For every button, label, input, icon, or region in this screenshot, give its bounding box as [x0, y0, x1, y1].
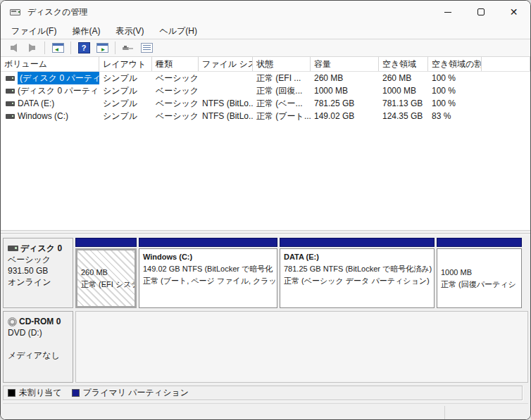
status-bar	[3, 403, 528, 420]
cell-type: ベーシック	[152, 72, 199, 84]
title-bar: ディスクの管理 ✕	[1, 1, 530, 23]
volume-icon	[6, 101, 15, 106]
partition-label: Windows (C:)	[143, 251, 273, 263]
volume-row-recovery[interactable]: (ディスク 0 パーティシ... シンプル ベーシック 正常 (回復... 10…	[1, 84, 530, 97]
partition-size: 781.25 GB NTFS (BitLocker で暗号化済み)	[284, 263, 430, 275]
partition-size: 1000 MB	[441, 267, 518, 279]
column-header-type[interactable]: 種類	[152, 57, 199, 71]
partition-status: 正常 (ブート, ページ ファイル, クラッシュ	[143, 275, 273, 287]
column-header-volume[interactable]: ボリューム	[1, 57, 99, 71]
properties-button[interactable]	[138, 40, 155, 56]
partition-label: DATA (E:)	[284, 251, 430, 263]
cell-free-pct: 83 %	[428, 110, 482, 122]
menu-action[interactable]: 操作(A)	[64, 24, 108, 39]
partition-status: 正常 (ベーシック データ パーティション)	[284, 275, 430, 287]
volume-table-header: ボリューム レイアウト 種類 ファイル システム 状態 容量 空き領域 空き領域…	[1, 57, 530, 72]
app-icon	[10, 8, 21, 17]
help-icon: ?	[78, 42, 90, 53]
cell-layout: シンプル	[99, 72, 152, 84]
toolbar: ◄ ? ►	[1, 39, 530, 57]
menu-bar: ファイル(F) 操作(A) 表示(V) ヘルプ(H)	[1, 23, 530, 39]
toolbar-separator	[70, 42, 71, 54]
cell-fs	[199, 72, 253, 84]
volume-name: DATA (E:)	[18, 98, 54, 108]
partition-data[interactable]: DATA (E:) 781.25 GB NTFS (BitLocker で暗号化…	[280, 238, 435, 308]
partition-size: 149.02 GB NTFS (BitLocker で暗号化	[143, 263, 273, 275]
cell-fs	[199, 84, 253, 97]
partition-size: 260 MB	[81, 267, 131, 279]
help-button[interactable]: ?	[75, 40, 92, 56]
unallocated-swatch	[8, 389, 15, 397]
volume-row-data[interactable]: DATA (E:) シンプル ベーシック NTFS (BitLo... 正常 (…	[1, 97, 530, 110]
disk0-kind: ベーシック	[8, 254, 68, 265]
partition-status: 正常 (EFI システ	[81, 279, 131, 291]
cell-layout: シンプル	[99, 84, 152, 97]
cell-free-pct: 100 %	[428, 72, 482, 84]
menu-view[interactable]: 表示(V)	[108, 24, 151, 39]
cdrom-header[interactable]: CD-ROM 0 DVD (D:) メディアなし	[3, 311, 73, 383]
volume-icon	[6, 76, 15, 81]
menu-help[interactable]: ヘルプ(H)	[151, 24, 205, 39]
disk0-status: オンライン	[8, 276, 68, 288]
partition-recovery[interactable]: 1000 MB 正常 (回復パーティシ	[437, 238, 522, 308]
partition-data-body[interactable]: DATA (E:) 781.25 GB NTFS (BitLocker で暗号化…	[280, 248, 435, 308]
disk0-header[interactable]: ディスク 0 ベーシック 931.50 GB オンライン	[3, 238, 73, 308]
column-header-blank	[482, 57, 530, 71]
partition-color-bar	[75, 238, 137, 247]
column-header-free-pct[interactable]: 空き領域の割...	[428, 57, 482, 71]
partition-efi[interactable]: 260 MB 正常 (EFI システ	[75, 238, 137, 308]
forward-button[interactable]	[23, 40, 40, 56]
cell-free-pct: 100 %	[428, 84, 482, 97]
cell-capacity: 1000 MB	[311, 84, 379, 97]
graphical-view-pane: ディスク 0 ベーシック 931.50 GB オンライン 260 MB 正常 (…	[1, 235, 530, 420]
column-header-layout[interactable]: レイアウト	[99, 57, 152, 71]
cell-blank	[482, 97, 530, 110]
volume-list: ボリューム レイアウト 種類 ファイル システム 状態 容量 空き領域 空き領域…	[1, 57, 530, 230]
disk0-size: 931.50 GB	[8, 265, 68, 276]
maximize-icon	[477, 8, 485, 15]
cell-fs: NTFS (BitLo...	[199, 110, 253, 122]
detach-window-icon: ►	[96, 43, 108, 53]
pane-splitter[interactable]	[1, 230, 530, 235]
partition-recovery-body[interactable]: 1000 MB 正常 (回復パーティシ	[437, 248, 522, 308]
cell-free: 781.13 GB	[379, 97, 428, 110]
cdrom-track	[75, 311, 528, 383]
back-button[interactable]	[5, 40, 22, 56]
partition-windows[interactable]: Windows (C:) 149.02 GB NTFS (BitLocker で…	[139, 238, 277, 308]
close-button[interactable]: ✕	[497, 1, 530, 23]
legend-bar: 未割り当て プライマリ パーティション	[3, 386, 523, 400]
action-tool-button[interactable]	[120, 40, 137, 56]
column-header-capacity[interactable]: 容量	[311, 57, 379, 71]
cell-layout: シンプル	[99, 97, 152, 110]
cell-free: 1000 MB	[379, 84, 428, 97]
partition-windows-body[interactable]: Windows (C:) 149.02 GB NTFS (BitLocker で…	[139, 248, 277, 308]
volume-row-efi[interactable]: (ディスク 0 パーティシ... シンプル ベーシック 正常 (EFI ... …	[1, 72, 530, 84]
toolbar-separator	[44, 42, 45, 54]
forward-icon	[29, 44, 35, 52]
minimize-icon	[444, 12, 451, 13]
cell-layout: シンプル	[99, 110, 152, 122]
detach-window-button[interactable]: ►	[94, 40, 111, 56]
cell-free: 124.35 GB	[379, 110, 428, 122]
partition-efi-body[interactable]: 260 MB 正常 (EFI システ	[75, 248, 137, 308]
column-header-free[interactable]: 空き領域	[379, 57, 428, 71]
cell-blank	[482, 110, 530, 122]
volume-name: Windows (C:)	[18, 111, 68, 121]
minimize-button[interactable]	[431, 1, 464, 23]
cell-fs: NTFS (BitLo...	[199, 97, 253, 110]
column-header-filesystem[interactable]: ファイル システム	[199, 57, 253, 71]
legend-unallocated-label: 未割り当て	[19, 387, 62, 399]
partition-color-bar	[280, 238, 435, 247]
column-header-status[interactable]: 状態	[253, 57, 311, 71]
cell-type: ベーシック	[152, 84, 199, 97]
properties-icon	[141, 43, 153, 53]
maximize-button[interactable]	[464, 1, 497, 23]
close-icon: ✕	[510, 7, 518, 17]
volume-row-windows[interactable]: Windows (C:) シンプル ベーシック NTFS (BitLo... 正…	[1, 110, 530, 122]
primary-partition-swatch	[72, 389, 80, 397]
cell-type: ベーシック	[152, 97, 199, 110]
show-console-tree-button[interactable]: ◄	[49, 40, 66, 56]
legend-unallocated: 未割り当て	[8, 387, 62, 399]
cell-status: 正常 (ブート...	[253, 110, 311, 122]
menu-file[interactable]: ファイル(F)	[4, 24, 64, 39]
